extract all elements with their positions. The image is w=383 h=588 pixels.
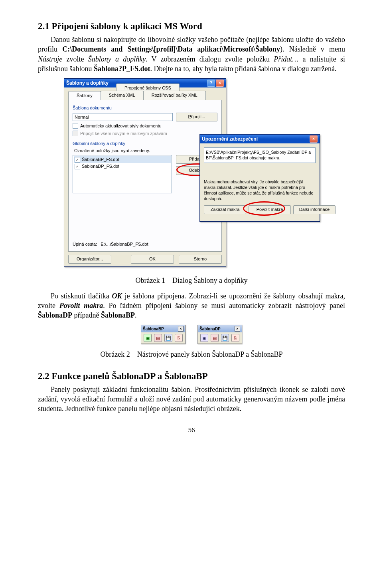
toolbar-dp-title: ŠablonaDP: [199, 326, 221, 332]
ok-button[interactable]: OK: [131, 255, 174, 264]
list-item[interactable]: ✓ ŠablonaBP_FS.dot: [74, 156, 171, 163]
copy-icon[interactable]: ⎘: [175, 334, 183, 342]
new-doc-icon[interactable]: ▣: [200, 334, 208, 342]
figure-1-caption: Obrázek 1 – Dialog Šablony a doplňky: [38, 276, 345, 285]
close-button[interactable]: ×: [216, 79, 224, 87]
tab-templates[interactable]: Šablony: [68, 91, 101, 100]
checkbox-icon: [73, 131, 78, 136]
save-icon[interactable]: 💾: [221, 334, 229, 342]
group-global-templates: Globální šablony a doplňky: [73, 141, 217, 147]
checkbox-icon: [73, 123, 78, 129]
full-path-row: Úplná cesta: E:\...\ŠablonaBP_FS.dot: [73, 241, 148, 247]
tab-strip: Propojené šablony CSS Šablony Schéma XML…: [68, 91, 223, 100]
security-dialog: Upozornění zabezpečení × E:\VŠB\Aplikačn…: [199, 134, 320, 222]
close-button[interactable]: ×: [310, 135, 318, 143]
paragraph-2: Po stisknutí tlačítka OK je šablona přip…: [38, 291, 345, 320]
toolbar-bp[interactable]: ŠablonaBP × ▣ ▤ 💾 ⎘: [141, 325, 186, 344]
attach-button[interactable]: Připojit...: [176, 113, 217, 121]
security-warning-text: Makra mohou obsahovat viry. Je obvykle b…: [204, 179, 316, 202]
security-titlebar[interactable]: Upozornění zabezpečení ×: [200, 135, 320, 143]
figure-1: Šablony a doplňky ? × Propojené šablony …: [64, 78, 319, 270]
tab-xml-packs[interactable]: Rozšiřovací balíky XML: [143, 91, 206, 100]
paragraph-1: Danou šablonu si nakopírujte do libovoln…: [38, 35, 345, 74]
list-item[interactable]: ✓ ŠablonaDP_FS.dot: [74, 163, 171, 170]
security-title: Upozornění zabezpečení: [202, 135, 258, 143]
toolbar-dp[interactable]: ŠablonaDP × ▣ ▤ 💾 ⎘: [197, 325, 242, 344]
auto-update-checkbox[interactable]: Automaticky aktualizovat styly dokumentu: [73, 123, 217, 129]
cancel-button[interactable]: Storno: [179, 255, 222, 264]
checkbox-icon: ✓: [75, 164, 80, 169]
toolbar-close-icon[interactable]: ×: [235, 326, 240, 332]
new-doc-icon[interactable]: ▣: [144, 334, 152, 342]
page-number: 56: [38, 426, 345, 435]
templates-listbox[interactable]: ✓ ŠablonaBP_FS.dot ✓ ŠablonaDP_FS.dot: [73, 155, 172, 193]
tab-panel: Šablona dokumentu Normal Připojit... Aut…: [68, 100, 222, 252]
form-icon[interactable]: ▤: [154, 334, 162, 342]
dialog-title: Šablony a doplňky: [66, 79, 109, 87]
organizer-button[interactable]: Organizátor...: [68, 255, 111, 264]
section-heading-2-2: 2.2 Funkce panelů ŠablonaDP a ŠablonaBP: [38, 370, 345, 382]
more-info-button[interactable]: Další informace: [293, 205, 336, 214]
tab-xml-schema[interactable]: Schéma XML: [101, 91, 144, 100]
copy-icon[interactable]: ⎘: [231, 334, 239, 342]
figure-2: ŠablonaBP × ▣ ▤ 💾 ⎘ ŠablonaDP × ▣ ▤ 💾 ⎘: [38, 325, 345, 344]
save-icon[interactable]: 💾: [164, 334, 172, 342]
group-global-sub: Označené položky jsou nyní zavedeny.: [74, 148, 217, 154]
toolbar-bp-title: ŠablonaBP: [143, 326, 164, 332]
figure-2-caption: Obrázek 2 – Nástrojové panely šablon Šab…: [38, 350, 345, 359]
checkbox-icon: ✓: [75, 157, 80, 163]
help-button[interactable]: ?: [207, 79, 215, 87]
security-path: E:\VŠB\AplikačníProjekty\FS_ISO_Šablony …: [204, 147, 316, 163]
attach-email-checkbox: Připojit ke všem novým e-mailovým zprává…: [73, 131, 217, 137]
form-icon[interactable]: ▤: [211, 334, 219, 342]
doc-template-input[interactable]: Normal: [73, 113, 173, 121]
toolbar-close-icon[interactable]: ×: [178, 326, 184, 332]
section-heading-2-1: 2.1 Připojení šablony k aplikaci MS Word: [38, 20, 345, 32]
paragraph-3: Panely poskytují základní funkcionalitu …: [38, 385, 345, 414]
group-doc-template: Šablona dokumentu: [73, 105, 217, 111]
disable-macros-button[interactable]: Zakázat makra: [204, 205, 246, 214]
enable-macros-button[interactable]: Povolit makra: [249, 205, 291, 214]
